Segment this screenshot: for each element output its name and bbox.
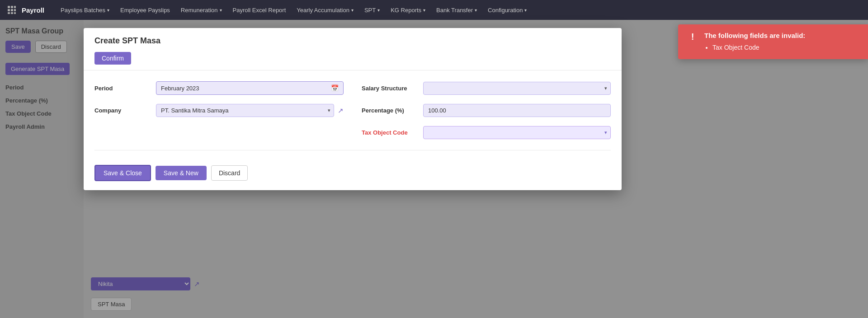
dialog-footer: Save & Close Save & New Discard: [84, 165, 622, 190]
chevron-down-icon: ▾: [423, 8, 425, 13]
topnav: Payslips Batches ▾ Employee Payslips Rem…: [55, 0, 532, 20]
percentage-value: 100.00: [428, 107, 446, 114]
period-label: Period: [94, 85, 149, 92]
error-notification: ! The following fields are invalid: Tax …: [678, 24, 868, 59]
dialog-discard-button[interactable]: Discard: [211, 165, 248, 181]
nav-payslips-batches[interactable]: Payslips Batches ▾: [55, 0, 115, 20]
dialog-header: Create SPT Masa Confirm: [84, 28, 622, 70]
chevron-down-icon: ▾: [524, 8, 527, 13]
svg-rect-4: [11, 9, 13, 11]
tax-object-code-select[interactable]: [423, 126, 611, 139]
period-value: February 2023: [161, 85, 199, 92]
dialog-fields: Period February 2023 📅 Salary Structure …: [94, 81, 611, 139]
salary-structure-label: Salary Structure: [362, 85, 416, 92]
nav-kg-reports[interactable]: KG Reports ▾: [385, 0, 431, 20]
company-select[interactable]: PT. Santika Mitra Samaya: [156, 104, 334, 117]
nav-configuration[interactable]: Configuration ▾: [482, 0, 532, 20]
chevron-down-icon: ▾: [377, 8, 380, 13]
create-spt-masa-dialog: Create SPT Masa Confirm Period February …: [84, 28, 622, 190]
app-name: Payroll: [22, 6, 44, 14]
error-title: The following fields are invalid:: [704, 32, 805, 39]
svg-rect-1: [11, 6, 13, 8]
svg-rect-2: [14, 6, 16, 8]
salary-structure-select[interactable]: [423, 82, 611, 95]
salary-structure-field-row: Salary Structure ▾: [362, 81, 611, 95]
company-label: Company: [94, 107, 149, 114]
grid-icon[interactable]: [5, 4, 18, 16]
nav-yearly-accumulation[interactable]: Yearly Accumulation ▾: [291, 0, 359, 20]
main-area: SPT Masa Group Save Discard Generate SPT…: [0, 20, 868, 318]
chevron-down-icon: ▾: [107, 8, 109, 13]
svg-rect-6: [8, 12, 10, 14]
error-fields-list: Tax Object Code: [704, 44, 805, 51]
svg-rect-8: [14, 12, 16, 14]
svg-rect-3: [8, 9, 10, 11]
svg-rect-5: [14, 9, 16, 11]
calendar-icon: 📅: [331, 84, 339, 92]
svg-rect-0: [8, 6, 10, 8]
period-input[interactable]: February 2023 📅: [156, 81, 344, 95]
tax-object-code-field-row: Tax Object Code ▾: [362, 126, 611, 139]
save-new-button[interactable]: Save & New: [156, 166, 207, 180]
chevron-down-icon: ▾: [351, 8, 354, 13]
nav-spt[interactable]: SPT ▾: [359, 0, 385, 20]
dialog-body: Period February 2023 📅 Salary Structure …: [84, 70, 622, 165]
percentage-input[interactable]: 100.00: [423, 104, 611, 117]
dialog-divider: [94, 150, 611, 150]
percentage-label: Percentage (%): [362, 107, 416, 114]
nav-remuneration[interactable]: Remuneration ▾: [175, 0, 227, 20]
confirm-button[interactable]: Confirm: [94, 52, 131, 65]
company-field-row: Company PT. Santika Mitra Samaya ▾ ↗: [94, 104, 344, 117]
tax-object-code-label: Tax Object Code: [362, 129, 416, 136]
nav-employee-payslips[interactable]: Employee Payslips: [115, 0, 175, 20]
company-external-link-icon[interactable]: ↗: [338, 107, 344, 115]
error-exclamation-icon: !: [687, 32, 698, 42]
period-field-row: Period February 2023 📅: [94, 81, 344, 95]
topbar: Payroll Payslips Batches ▾ Employee Pays…: [0, 0, 868, 20]
nav-bank-transfer[interactable]: Bank Transfer ▾: [431, 0, 482, 20]
nav-payroll-excel-report[interactable]: Payroll Excel Report: [227, 0, 292, 20]
error-field-item: Tax Object Code: [712, 44, 805, 51]
save-close-button[interactable]: Save & Close: [94, 165, 151, 181]
chevron-down-icon: ▾: [475, 8, 477, 13]
svg-rect-7: [11, 12, 13, 14]
error-content: The following fields are invalid: Tax Ob…: [704, 32, 805, 52]
percentage-field-row: Percentage (%) 100.00: [362, 104, 611, 117]
dialog-title: Create SPT Masa: [94, 36, 611, 46]
chevron-down-icon: ▾: [220, 8, 222, 13]
